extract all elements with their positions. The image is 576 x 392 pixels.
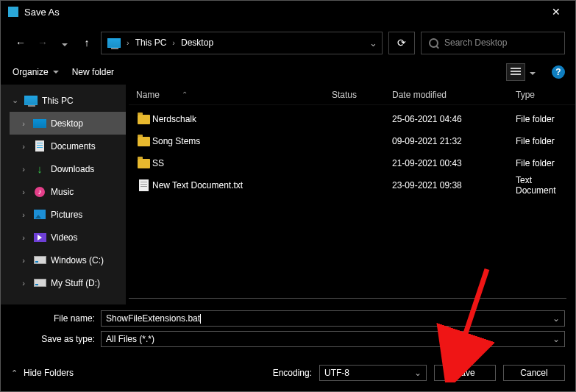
chevron-up-icon: ⌃ <box>11 368 18 378</box>
column-type[interactable]: Type <box>516 90 575 100</box>
file-type: File folder <box>516 136 566 146</box>
file-type: File folder <box>516 158 566 168</box>
save-as-dialog: Save As ✕ ← → ↑ › This PC › Desktop ⌄ ⟳ … <box>0 0 576 392</box>
window-title: Save As <box>24 7 544 18</box>
column-date[interactable]: Date modified <box>392 90 516 100</box>
forward-button[interactable]: → <box>35 37 51 49</box>
file-date: 21-09-2021 00:43 <box>392 158 516 168</box>
sort-ascending-icon: ⌃ <box>182 90 188 99</box>
organize-menu[interactable]: Organize <box>13 67 59 77</box>
chevron-right-icon: › <box>172 38 175 47</box>
bottom-panel: File name: ShowFileExtensions.bat ⌄ Save… <box>1 304 575 391</box>
titlebar: Save As ✕ <box>1 1 575 23</box>
column-name[interactable]: Name ⌃ <box>129 90 332 100</box>
file-row[interactable]: New Text Document.txt23-09-2021 09:38Tex… <box>129 174 566 196</box>
column-status[interactable]: Status <box>332 90 392 100</box>
file-date: 25-06-2021 04:46 <box>392 114 516 124</box>
recent-locations-button[interactable] <box>57 37 73 49</box>
notepad-icon <box>8 7 18 17</box>
pc-icon <box>107 38 121 48</box>
chevron-right-icon: › <box>18 233 29 242</box>
chevron-right-icon: › <box>18 142 29 151</box>
help-button[interactable]: ? <box>552 65 565 79</box>
filename-label: File name: <box>11 313 101 324</box>
saveastype-select[interactable]: All Files (*.*) ⌄ <box>101 331 565 347</box>
filename-input[interactable]: ShowFileExtensions.bat ⌄ <box>101 310 565 327</box>
back-button[interactable]: ← <box>13 37 29 49</box>
sidebar-item-label: Downloads <box>51 164 94 174</box>
chevron-down-icon[interactable]: ⌄ <box>369 38 377 49</box>
chevron-right-icon: › <box>18 210 29 219</box>
pc-icon <box>24 96 38 105</box>
file-row[interactable]: SS21-09-2021 00:43File folder <box>129 152 566 174</box>
chevron-right-icon: › <box>127 38 129 47</box>
text-file-icon <box>139 179 149 191</box>
file-date: 23-09-2021 09:38 <box>392 180 516 190</box>
search-input[interactable]: Search Desktop <box>421 32 565 54</box>
list-icon <box>511 68 521 76</box>
sidebar-item-label: Music <box>51 187 74 197</box>
sidebar-item-music[interactable]: › ♪ Music <box>10 180 126 203</box>
hide-folders-button[interactable]: ⌃ Hide Folders <box>11 368 74 378</box>
sidebar-item-label: This PC <box>42 96 74 106</box>
pictures-icon <box>34 210 46 219</box>
sidebar-item-drive-c[interactable]: › Windows (C:) <box>10 249 126 271</box>
breadcrumb-current[interactable]: Desktop <box>181 38 213 48</box>
button-label: Cancel <box>520 368 547 378</box>
navigation-bar: ← → ↑ › This PC › Desktop ⌄ ⟳ Search Des… <box>1 29 575 57</box>
view-options-button[interactable] <box>506 63 525 81</box>
file-date: 09-09-2021 21:32 <box>392 136 516 146</box>
folder-icon <box>138 137 150 146</box>
sidebar-item-desktop[interactable]: › Desktop <box>10 112 126 135</box>
file-row[interactable]: Nerdschalk25-06-2021 04:46File folder <box>129 108 566 130</box>
download-icon: ↓ <box>33 164 46 174</box>
up-button[interactable]: ↑ <box>79 37 95 49</box>
sidebar-item-label: My Stuff (D:) <box>51 278 100 288</box>
search-placeholder: Search Desktop <box>444 38 507 48</box>
sidebar-item-documents[interactable]: › Documents <box>10 135 126 157</box>
cancel-button[interactable]: Cancel <box>503 365 565 381</box>
file-name: SS <box>152 158 332 168</box>
close-button[interactable]: ✕ <box>544 6 568 18</box>
document-icon <box>35 140 44 152</box>
chevron-right-icon: › <box>18 188 29 196</box>
file-type: Text Document <box>516 175 566 196</box>
view-dropdown-button[interactable] <box>527 67 538 77</box>
chevron-down-icon[interactable]: ⌄ <box>552 313 560 324</box>
chevron-down-icon <box>62 43 68 46</box>
chevron-down-icon: ⌄ <box>10 96 20 105</box>
file-name: New Text Document.txt <box>152 180 332 190</box>
sidebar-item-videos[interactable]: › Videos <box>10 226 126 249</box>
sidebar-item-drive-d[interactable]: › My Stuff (D:) <box>10 271 126 294</box>
sidebar-item-downloads[interactable]: › ↓ Downloads <box>10 157 126 180</box>
button-label: Save <box>455 368 474 378</box>
refresh-button[interactable]: ⟳ <box>388 32 415 54</box>
chevron-right-icon: › <box>18 256 29 265</box>
chevron-down-icon: ⌄ <box>414 368 422 378</box>
file-row[interactable]: Song Stems09-09-2021 21:32File folder <box>129 130 566 152</box>
sidebar-item-pictures[interactable]: › Pictures <box>10 203 126 226</box>
encoding-label: Encoding: <box>273 368 312 378</box>
encoding-value: UTF-8 <box>324 368 349 378</box>
file-type: File folder <box>516 114 566 124</box>
column-headers: Name ⌃ Status Date modified Type <box>129 85 575 105</box>
filename-value: ShowFileExtensions.bat <box>106 313 200 324</box>
text-caret <box>200 314 201 324</box>
encoding-select[interactable]: UTF-8 ⌄ <box>319 365 427 381</box>
refresh-icon: ⟳ <box>397 37 406 49</box>
sidebar-item-thispc[interactable]: ⌄ This PC <box>1 89 126 112</box>
drive-icon <box>34 279 46 287</box>
organize-label: Organize <box>13 67 49 77</box>
toolbar: Organize New folder ? <box>1 60 575 85</box>
sidebar-item-label: Documents <box>51 141 96 152</box>
hide-folders-label: Hide Folders <box>24 368 74 378</box>
breadcrumb-root[interactable]: This PC <box>135 38 167 48</box>
chevron-right-icon: › <box>18 165 29 174</box>
chevron-down-icon: ⌄ <box>552 334 560 344</box>
video-icon <box>34 233 46 242</box>
sidebar: ⌄ This PC › Desktop › Documents › ↓ <box>1 85 126 304</box>
save-button[interactable]: Save <box>434 365 496 381</box>
address-bar[interactable]: › This PC › Desktop ⌄ <box>101 32 383 54</box>
new-folder-button[interactable]: New folder <box>72 67 114 77</box>
music-icon: ♪ <box>35 187 45 197</box>
